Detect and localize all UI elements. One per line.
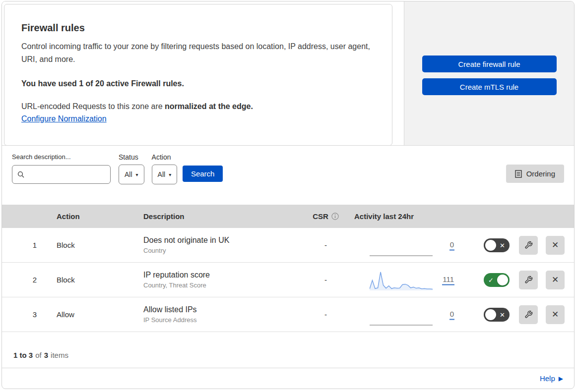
normalization-text: URL-encoded Requests to this zone are no…: [21, 102, 372, 111]
create-mtls-rule-button[interactable]: Create mTLS rule: [422, 78, 557, 95]
toggle-knob: [497, 275, 508, 285]
ordering-group: Ordering: [506, 153, 564, 183]
delete-rule-button[interactable]: ✕: [546, 305, 565, 324]
csr-label: CSR: [313, 212, 328, 221]
rule-fields: IP Source Address: [143, 316, 300, 324]
table-header: Action Description CSR Activity last 24h…: [2, 205, 574, 228]
rule-description: IP reputation score: [143, 271, 300, 280]
table-row: 3 Allow Allow listed IPs IP Source Addre…: [2, 297, 574, 332]
toggle-knob: [485, 240, 496, 251]
search-input[interactable]: [28, 170, 105, 178]
search-box: [12, 165, 111, 184]
activity-sparkline: [370, 271, 433, 291]
rule-enabled-toggle[interactable]: ✓ ✕: [484, 273, 510, 287]
rule-priority: 1: [2, 241, 47, 249]
delete-rule-button[interactable]: ✕: [546, 271, 565, 289]
rule-controls: ✓ ✕ ✕: [458, 236, 574, 255]
normalization-prefix: URL-encoded Requests to this zone are: [21, 102, 165, 111]
range-value: 1 to 3: [13, 351, 33, 359]
rule-csr-value: -: [300, 310, 352, 319]
delete-rule-button[interactable]: ✕: [546, 236, 565, 255]
rule-description: Allow listed IPs: [143, 305, 300, 314]
column-header-activity: Activity last 24hr: [352, 212, 458, 221]
search-button-group: Search: [183, 153, 223, 182]
rule-priority: 3: [2, 310, 47, 319]
top-region: Firewall rules Control incoming traffic …: [2, 1, 574, 146]
help-link[interactable]: Help ▶: [540, 374, 563, 383]
rule-controls: ✓ ✕ ✕: [458, 305, 574, 324]
check-icon: ✓: [488, 277, 494, 283]
toggle-knob: [485, 309, 496, 320]
wrench-icon: [524, 310, 533, 319]
usage-summary: You have used 1 of 20 active Firewall ru…: [21, 79, 372, 88]
action-value: All: [158, 170, 166, 178]
items-label: items: [51, 351, 68, 359]
activity-count-link[interactable]: 0: [449, 309, 454, 320]
ordering-button[interactable]: Ordering: [506, 165, 564, 183]
rule-action: Allow: [47, 310, 143, 319]
help-row: Help ▶: [2, 368, 574, 389]
table-row: 2 Block IP reputation score Country, Thr…: [2, 263, 574, 297]
x-icon: ✕: [500, 311, 505, 318]
rule-activity-cell: 111: [352, 263, 458, 297]
column-header-action: Action: [47, 212, 143, 221]
page-title: Firewall rules: [21, 22, 372, 34]
normalization-bold: normalized at the edge.: [165, 102, 253, 111]
action-filter-group: Action All ▾: [152, 153, 178, 184]
search-label: Search description...: [12, 153, 111, 161]
create-firewall-rule-button[interactable]: Create firewall rule: [422, 56, 557, 72]
search-group: Search description...: [12, 153, 111, 184]
wrench-icon: [524, 241, 533, 249]
configure-normalization-link[interactable]: Configure Normalization: [21, 114, 107, 123]
rule-fields: Country, Threat Score: [143, 281, 300, 289]
rule-description-cell: Does not originate in UK Country: [143, 236, 300, 254]
rule-priority: 2: [2, 276, 47, 284]
intro-section: Firewall rules Control incoming traffic …: [2, 1, 404, 145]
firewall-rules-panel: Firewall rules Control incoming traffic …: [1, 1, 575, 389]
total-value: 3: [44, 351, 48, 359]
table-row: 1 Block Does not originate in UK Country…: [2, 228, 574, 263]
rule-action: Block: [47, 241, 143, 249]
status-value: All: [125, 170, 132, 178]
rule-description: Does not originate in UK: [143, 236, 300, 245]
help-label: Help: [540, 374, 555, 383]
pagination-footer: 1 to 3 of 3 items: [2, 332, 574, 368]
filter-bar: Search description... Status All ▾ Actio…: [2, 146, 574, 205]
rule-enabled-toggle[interactable]: ✓ ✕: [484, 238, 510, 252]
search-icon: [17, 171, 24, 178]
wrench-icon: [524, 276, 533, 284]
edit-rule-button[interactable]: [519, 271, 538, 289]
activity-sparkline: [370, 236, 433, 257]
rule-activity-cell: 0: [352, 228, 458, 262]
close-icon: ✕: [552, 309, 559, 320]
of-label: of: [35, 351, 42, 359]
rule-fields: Country: [143, 247, 300, 254]
activity-count-link[interactable]: 111: [442, 275, 454, 285]
rule-description-cell: Allow listed IPs IP Source Address: [143, 305, 300, 324]
rule-csr-value: -: [300, 276, 352, 284]
status-label: Status: [119, 153, 144, 161]
rule-enabled-toggle[interactable]: ✓ ✕: [484, 308, 510, 322]
activity-sparkline: [370, 305, 433, 326]
status-dropdown[interactable]: All ▾: [119, 165, 144, 184]
ordering-label: Ordering: [526, 169, 555, 178]
edit-rule-button[interactable]: [519, 236, 538, 255]
chevron-down-icon: ▾: [169, 172, 171, 177]
info-icon[interactable]: [331, 213, 339, 220]
search-button[interactable]: Search: [183, 166, 223, 182]
edit-rule-button[interactable]: [519, 305, 538, 324]
intro-description: Control incoming traffic to your zone by…: [21, 40, 372, 66]
activity-count-link[interactable]: 0: [449, 240, 454, 250]
close-icon: ✕: [552, 275, 559, 285]
action-dropdown[interactable]: All ▾: [152, 165, 178, 184]
rule-description-cell: IP reputation score Country, Threat Scor…: [143, 271, 300, 289]
x-icon: ✕: [500, 242, 505, 248]
action-label: Action: [152, 153, 178, 161]
rule-activity-cell: 0: [352, 297, 458, 332]
rule-controls: ✓ ✕ ✕: [458, 271, 574, 289]
chevron-down-icon: ▾: [136, 172, 138, 177]
actions-panel: Create firewall rule Create mTLS rule: [404, 1, 574, 145]
rule-action: Block: [47, 276, 143, 284]
column-header-csr: CSR: [300, 212, 352, 221]
status-filter-group: Status All ▾: [119, 153, 144, 184]
